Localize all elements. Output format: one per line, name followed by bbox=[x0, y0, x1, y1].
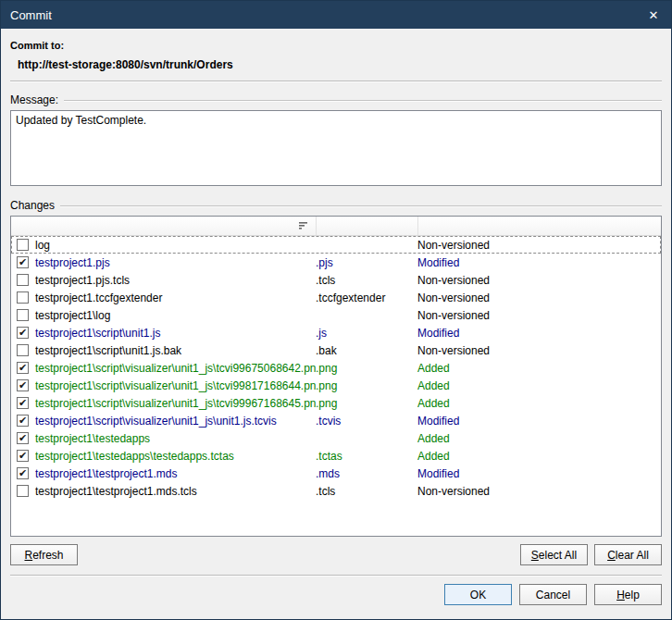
row-checkbox[interactable] bbox=[17, 327, 29, 339]
changes-group-header: Changes bbox=[10, 199, 662, 212]
row-status: Modified bbox=[417, 256, 661, 269]
row-path: testproject1\script\visualizer\unit1_js\… bbox=[35, 362, 316, 375]
row-path: testproject1\testedapps\testedapps.tctas bbox=[35, 450, 316, 463]
row-path: testproject1.pjs bbox=[35, 256, 316, 269]
table-row[interactable]: testproject1.pjs.tcls .tcls Non-versione… bbox=[11, 271, 661, 289]
refresh-button[interactable]: Refresh bbox=[10, 544, 78, 565]
table-row[interactable]: testproject1\script\visualizer\unit1_js\… bbox=[11, 394, 661, 412]
row-path: testproject1.tccfgextender bbox=[35, 291, 316, 304]
changes-table-header bbox=[11, 217, 661, 236]
table-row[interactable]: testproject1\script\unit1.js .js Modifie… bbox=[11, 324, 661, 341]
help-button[interactable]: Help bbox=[594, 584, 662, 605]
row-path: testproject1\testproject1.mds bbox=[35, 467, 316, 480]
table-row[interactable]: testproject1\script\visualizer\unit1_js\… bbox=[11, 359, 661, 377]
changes-table-body: log Non-versioned testproject1.pjs .pjs … bbox=[11, 236, 661, 536]
row-status: Added bbox=[417, 379, 661, 392]
row-ext: .js bbox=[316, 327, 417, 340]
row-checkbox[interactable] bbox=[17, 467, 29, 479]
header-column-ext[interactable] bbox=[317, 217, 418, 235]
dialog-content: Commit to: http://test-storage:8080/svn/… bbox=[1, 29, 671, 614]
commit-to-label: Commit to: bbox=[10, 40, 662, 51]
row-status: Added bbox=[417, 362, 661, 375]
changes-table: log Non-versioned testproject1.pjs .pjs … bbox=[10, 216, 662, 537]
row-checkbox[interactable] bbox=[17, 309, 29, 321]
row-status: Modified bbox=[417, 327, 661, 340]
cancel-button[interactable]: Cancel bbox=[519, 584, 587, 605]
table-row[interactable]: testproject1.tccfgextender .tccfgextende… bbox=[11, 289, 661, 306]
message-input[interactable]: Updated by TestComplete. bbox=[10, 110, 662, 186]
row-checkbox[interactable] bbox=[17, 344, 29, 356]
separator-bottom bbox=[10, 575, 662, 577]
changes-label: Changes bbox=[10, 199, 55, 212]
message-label: Message: bbox=[10, 93, 58, 106]
row-ext: .tccfgextender bbox=[316, 291, 417, 304]
ok-button[interactable]: OK bbox=[444, 584, 512, 605]
row-checkbox[interactable] bbox=[17, 239, 29, 251]
row-ext: .mds bbox=[316, 467, 417, 480]
row-checkbox[interactable] bbox=[17, 415, 29, 427]
row-checkbox[interactable] bbox=[17, 291, 29, 304]
row-ext: .tcvis bbox=[316, 415, 417, 428]
row-checkbox[interactable] bbox=[17, 274, 29, 286]
row-path: testproject1\script\visualizer\unit1_js\… bbox=[35, 379, 316, 392]
table-row[interactable]: testproject1\script\unit1.js.bak .bak No… bbox=[11, 341, 661, 359]
row-path: testproject1\testedapps bbox=[35, 432, 316, 445]
select-all-button[interactable]: Select All bbox=[520, 544, 588, 565]
close-icon: ✕ bbox=[649, 8, 659, 22]
table-row[interactable]: testproject1.pjs .pjs Modified bbox=[11, 254, 661, 271]
clear-all-button-label: Clear All bbox=[607, 549, 649, 562]
row-path: testproject1\script\visualizer\unit1_js\… bbox=[35, 397, 316, 410]
close-button[interactable]: ✕ bbox=[636, 1, 671, 29]
table-row[interactable]: testproject1\testproject1.mds.tcls .tcls… bbox=[11, 482, 661, 500]
changes-buttons-row: Refresh Select All Clear All bbox=[10, 544, 662, 565]
row-status: Non-versioned bbox=[417, 239, 661, 252]
row-checkbox[interactable] bbox=[17, 485, 29, 497]
row-status: Added bbox=[417, 450, 661, 463]
table-row[interactable]: testproject1\script\visualizer\unit1_js\… bbox=[11, 377, 661, 394]
title-bar: Commit ✕ bbox=[1, 1, 671, 29]
message-group-header: Message: bbox=[10, 93, 662, 106]
select-all-button-label: Select All bbox=[531, 549, 577, 562]
header-column-status[interactable] bbox=[418, 217, 661, 235]
row-ext: .pjs bbox=[316, 256, 417, 269]
row-status: Added bbox=[417, 432, 661, 445]
message-group-line bbox=[64, 100, 662, 102]
row-checkbox[interactable] bbox=[17, 256, 29, 268]
row-path: testproject1.pjs.tcls bbox=[35, 274, 316, 287]
row-status: Non-versioned bbox=[417, 344, 661, 357]
commit-url: http://test-storage:8080/svn/trunk/Order… bbox=[18, 58, 662, 71]
dialog-title: Commit bbox=[10, 8, 636, 22]
row-status: Modified bbox=[417, 415, 661, 428]
cancel-button-label: Cancel bbox=[536, 589, 570, 601]
selection-buttons: Select All Clear All bbox=[520, 544, 662, 565]
row-checkbox[interactable] bbox=[17, 397, 29, 409]
table-row[interactable]: testproject1\testedapps Added bbox=[11, 429, 661, 447]
row-ext: .bak bbox=[316, 344, 417, 357]
row-checkbox[interactable] bbox=[17, 450, 29, 462]
table-row[interactable]: log Non-versioned bbox=[11, 236, 661, 254]
row-checkbox[interactable] bbox=[17, 432, 29, 444]
row-checkbox[interactable] bbox=[17, 379, 29, 391]
commit-dialog: { "dialog": { "title": "Commit" }, "icon… bbox=[0, 0, 672, 620]
changes-group-line bbox=[60, 205, 662, 207]
row-path: testproject1\testproject1.mds.tcls bbox=[35, 485, 316, 498]
row-ext: .png bbox=[316, 362, 417, 375]
row-status: Non-versioned bbox=[417, 274, 661, 287]
table-row[interactable]: testproject1\testedapps\testedapps.tctas… bbox=[11, 447, 661, 465]
clear-all-button[interactable]: Clear All bbox=[594, 544, 662, 565]
row-path: testproject1\script\unit1.js.bak bbox=[35, 344, 316, 357]
row-ext: .tcls bbox=[316, 274, 417, 287]
row-ext: .png bbox=[316, 397, 417, 410]
row-ext: .png bbox=[316, 379, 417, 392]
row-status: Non-versioned bbox=[417, 309, 661, 322]
row-ext: .tcls bbox=[316, 485, 417, 498]
table-row[interactable]: testproject1\testproject1.mds .mds Modif… bbox=[11, 465, 661, 482]
row-checkbox[interactable] bbox=[17, 362, 29, 374]
dialog-buttons-row: OK Cancel Help bbox=[10, 584, 662, 605]
row-status: Added bbox=[417, 397, 661, 410]
refresh-button-label: Refresh bbox=[24, 549, 63, 562]
separator-top bbox=[10, 81, 662, 82]
table-row[interactable]: testproject1\log Non-versioned bbox=[11, 306, 661, 324]
header-column-path[interactable] bbox=[11, 217, 317, 235]
table-row[interactable]: testproject1\script\visualizer\unit1_js\… bbox=[11, 412, 661, 429]
